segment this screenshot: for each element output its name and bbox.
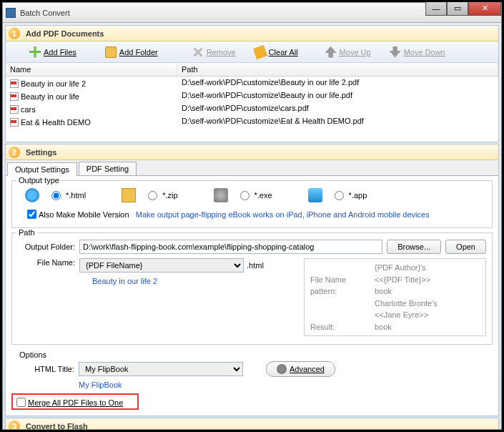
gear-icon [214,188,228,202]
section-2-title: Settings [26,148,56,157]
settings-panel: 2 Settings Output Settings PDF Setting O… [5,144,499,416]
plus-icon [29,46,41,58]
output-folder-label: Output Folder: [18,242,75,251]
file-name-select[interactable]: {PDF FileName} [79,258,244,273]
pdf-icon [10,92,19,101]
radio-html[interactable]: *.html [49,191,86,200]
window-title: Batch Convert [20,9,70,17]
titlebar[interactable]: Batch Convert — ▭ ✕ [3,3,501,23]
file-name-label: File Name: [18,258,75,267]
zip-icon [122,188,136,202]
section-1-title: Add PDF Documents [26,29,104,38]
arrow-down-icon [390,46,401,58]
output-type-group: Output type *.html *.zip *.exe *.app [11,180,493,228]
move-down-button[interactable]: Move Down [382,44,453,61]
app-icon [6,8,16,18]
convert-panel: 3 Convert to Flash Convert to Flash Stop [5,418,499,429]
html-title-preview: My FlipBook [17,379,487,389]
section-3-title: Convert to Flash [26,422,88,430]
clear-icon [252,44,267,59]
step-1-badge: 1 [9,28,20,39]
folder-icon [105,46,117,58]
add-folder-button[interactable]: Add Folder [97,44,166,61]
move-up-button[interactable]: Move Up [317,44,379,61]
col-path-header[interactable]: Path [177,63,498,76]
close-button[interactable]: ✕ [468,1,501,16]
step-2-badge: 2 [9,147,20,158]
open-button[interactable]: Open [445,240,486,254]
arrow-up-icon [325,46,337,58]
options-group: Options HTML Title: My FlipBook Advanced… [11,349,493,391]
tab-output-settings[interactable]: Output Settings [7,162,77,176]
html-title-select[interactable]: My FlipBook [79,362,243,376]
merge-all-checkbox[interactable]: Merge All PDF Files to One [11,393,139,410]
clear-all-button[interactable]: Clear All [247,44,306,61]
table-row[interactable]: Eat & Health DEMOD:\self-work\PDF\custom… [6,115,498,128]
col-name-header[interactable]: Name [6,63,177,76]
file-ext-label: .html [247,261,264,270]
filename-preview: Beauty in our life 2 [79,273,300,285]
options-label: Options [17,350,49,359]
html-title-label: HTML Title: [17,365,74,373]
tab-pdf-setting[interactable]: PDF Setting [79,162,137,175]
table-row[interactable]: carsD:\self-work\PDF\customize\cars.pdf [6,102,498,115]
mobile-version-checkbox[interactable]: Also Make Mobile Version [25,210,129,219]
add-documents-panel: 1 Add PDF Documents Add Files Add Folder… [5,25,499,142]
files-toolbar: Add Files Add Folder Remove Clear All Mo… [6,41,498,63]
radio-app[interactable]: *.app [332,191,367,200]
remove-button[interactable]: Remove [184,44,244,61]
browse-button[interactable]: Browse... [387,240,441,254]
radio-exe[interactable]: *.exe [238,191,272,200]
advanced-button[interactable]: Advanced [266,361,335,377]
output-folder-input[interactable] [79,240,382,254]
add-files-button[interactable]: Add Files [21,44,84,61]
minimize-button[interactable]: — [425,1,447,16]
path-group: Path Output Folder: Browse... Open File … [11,232,493,345]
pdf-icon [10,79,19,88]
gear-icon [277,364,287,374]
pdf-icon [10,105,19,114]
pattern-hint-box: File Name pattern:{PDF Author}'s <<{PDF … [304,258,486,336]
radio-zip[interactable]: *.zip [146,191,177,200]
pdf-icon [10,118,19,127]
table-row[interactable]: Beauty in our lifeD:\self-work\PDF\custo… [6,89,498,102]
step-3-badge: 3 [9,421,20,430]
mobile-note: Make output page-flipping eBook works on… [136,210,430,219]
settings-tabs: Output Settings PDF Setting [6,160,498,176]
file-list-header: Name Path [6,63,498,77]
table-row[interactable]: Beauty in our life 2D:\self-work\PDF\cus… [6,77,498,89]
mac-icon [308,188,322,202]
remove-icon [189,44,206,60]
maximize-button[interactable]: ▭ [447,1,468,16]
path-label: Path [16,228,37,237]
globe-icon [25,188,39,202]
output-type-label: Output type [16,176,61,185]
